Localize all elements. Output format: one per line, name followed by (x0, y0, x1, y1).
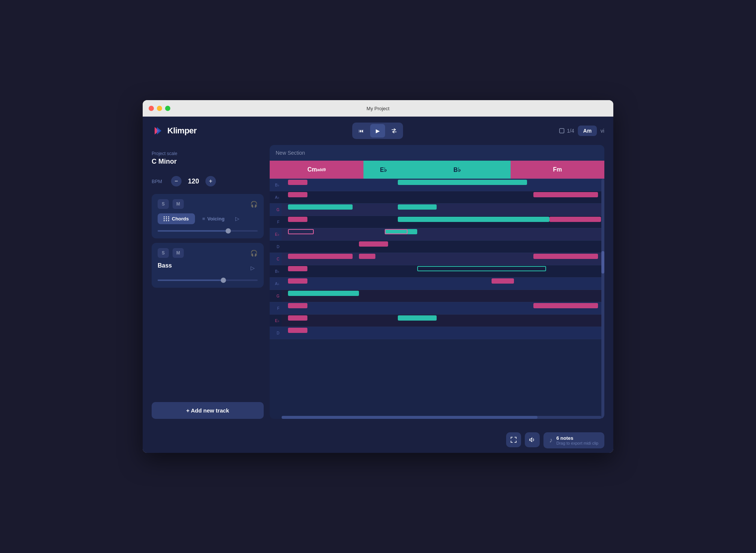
chord-eb[interactable]: E♭ (363, 161, 404, 179)
bottom-center: ♪ 6 notes Drag to export midi clip (506, 432, 605, 448)
track-2-controls: S M (158, 248, 184, 258)
bpm-value: 120 (186, 177, 201, 185)
transport-controls: ⏮ ▶ (352, 123, 403, 139)
expand-button[interactable] (506, 432, 521, 447)
minimize-button[interactable] (157, 106, 162, 111)
track-1-mute-button[interactable]: M (173, 199, 184, 209)
chord-bb[interactable]: B♭ (403, 161, 511, 179)
maximize-button[interactable] (165, 106, 170, 111)
note-row-g-upper: G (270, 204, 604, 216)
note-row-d-upper: D (270, 241, 604, 253)
bpm-decrease-button[interactable]: − (171, 176, 182, 186)
sidebar: Project scale C Minor BPM − 120 + S M (152, 145, 264, 419)
note-row-bb-lower: B♭ (270, 265, 604, 278)
project-scale-section: Project scale C Minor (152, 145, 264, 169)
logo-text: Klimper (167, 126, 196, 136)
track-2-headphone-icon: 🎧 (250, 250, 258, 257)
main-content: Project scale C Minor BPM − 120 + S M (143, 145, 613, 428)
track-1-headphone-icon: 🎧 (250, 201, 258, 208)
chord-cm[interactable]: Cmadd9 (270, 161, 363, 179)
title-bar: My Project (143, 100, 613, 117)
project-scale-value: C Minor (152, 158, 264, 166)
track-2-solo-button[interactable]: S (158, 248, 169, 258)
project-scale-label: Project scale (152, 151, 264, 156)
track-2-slider[interactable] (158, 279, 258, 281)
track-1-block: S M 🎧 Chords (152, 194, 264, 238)
loop-button[interactable] (387, 124, 402, 138)
chord-fm[interactable]: Fm (511, 161, 604, 179)
header-right: 1/4 Am vi (559, 126, 604, 136)
track-1-slider-row (158, 229, 258, 233)
vertical-scrollbar[interactable] (601, 179, 604, 419)
midi-count: 6 notes (557, 435, 599, 441)
app-header: Klimper ⏮ ▶ 1/4 Am vi (143, 117, 613, 145)
window-title: My Project (366, 106, 389, 111)
close-button[interactable] (149, 106, 154, 111)
scale-badge[interactable]: Am (578, 126, 597, 136)
svg-marker-1 (157, 127, 161, 135)
note-row-bb-upper: B♭ (270, 179, 604, 191)
app-body: Klimper ⏮ ▶ 1/4 Am vi (143, 117, 613, 453)
volume-button[interactable] (525, 432, 540, 447)
note-row-d-lower: D (270, 327, 604, 339)
note-row-f-upper: F (270, 216, 604, 228)
tab-voicing[interactable]: ≡ Voicing (196, 213, 231, 224)
bass-label: Bass (158, 262, 172, 269)
time-signature: 1/4 (559, 128, 574, 134)
track-2-block: S M 🎧 Bass ▷ (152, 243, 264, 288)
midi-icon: ♪ (549, 436, 553, 444)
midi-export-area[interactable]: ♪ 6 notes Drag to export midi clip (543, 432, 605, 448)
expand-icon (510, 436, 517, 443)
logo-area: Klimper (152, 125, 196, 137)
note-row-f-lower: F (270, 302, 604, 315)
midi-info: 6 notes Drag to export midi clip (557, 435, 599, 445)
tab-chords[interactable]: Chords (158, 213, 195, 224)
note-row-c: C (270, 253, 604, 265)
note-row-ab-lower: A♭ (270, 278, 604, 290)
add-track-button[interactable]: + Add new track (152, 402, 264, 419)
track-2-mute-button[interactable]: M (173, 248, 184, 258)
track-1-tabs: Chords ≡ Voicing ▷ (158, 213, 258, 224)
rewind-button[interactable]: ⏮ (354, 124, 369, 138)
bpm-row: BPM − 120 + (152, 173, 264, 189)
track-1-slider[interactable] (158, 230, 258, 232)
piano-roll: B♭ A♭ (270, 179, 604, 419)
time-sig-icon (559, 128, 565, 134)
track-1-header: S M 🎧 (158, 199, 258, 209)
track-1-play-button[interactable]: ▷ (232, 213, 242, 224)
section-header: New Section (270, 145, 604, 161)
note-row-g-lower: G (270, 290, 604, 302)
svg-rect-2 (560, 129, 564, 133)
play-button[interactable]: ▶ (370, 124, 385, 138)
time-sig-value: 1/4 (567, 128, 574, 134)
note-row-eb-lower: E♭ (270, 315, 604, 327)
logo-icon (152, 125, 164, 137)
volume-icon (529, 436, 536, 443)
track-1-controls: S M (158, 199, 184, 209)
traffic-lights (149, 106, 170, 111)
dots-icon (164, 216, 170, 221)
midi-hint: Drag to export midi clip (557, 441, 599, 445)
voicing-icon: ≡ (202, 216, 205, 222)
track-2-header: S M 🎧 (158, 248, 258, 258)
bpm-label: BPM (152, 179, 167, 184)
chord-row: Cmadd9 E♭ B♭ Fm (270, 161, 604, 179)
app-window: My Project Klimper ⏮ ▶ (143, 100, 613, 453)
track-2-slider-row (158, 278, 258, 282)
track-1-solo-button[interactable]: S (158, 199, 169, 209)
bpm-increase-button[interactable]: + (205, 176, 216, 186)
note-row-ab-upper: A♭ (270, 191, 604, 204)
piano-roll-area: New Section Cmadd9 E♭ B♭ Fm B♭ (270, 145, 604, 419)
bottom-bar: ♪ 6 notes Drag to export midi clip (143, 428, 613, 453)
horizontal-scrollbar[interactable] (282, 416, 601, 419)
note-row-eb-upper: E♭ (270, 228, 604, 241)
section-title: New Section (276, 150, 305, 156)
track-2-play-button[interactable]: ▷ (247, 263, 258, 273)
key-label: vi (601, 128, 604, 134)
